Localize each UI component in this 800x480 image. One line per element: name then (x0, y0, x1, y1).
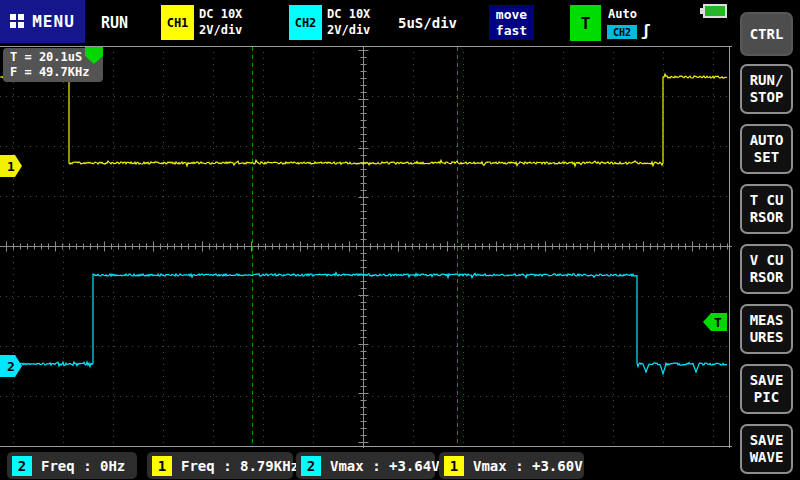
status-bar: 2 Freq : 0Hz 1 Freq : 8.79KHz 2 Vmax : +… (0, 448, 732, 480)
ch1-settings: DC 10X 2V/div (199, 6, 242, 38)
ch2-settings: DC 10X 2V/div (327, 6, 370, 38)
ch1-number-badge: 1 (444, 456, 464, 476)
svg-text:2: 2 (7, 359, 15, 374)
ch2-vmax-value: Vmax : +3.64V (330, 458, 440, 474)
ch1-number-badge: 1 (152, 456, 172, 476)
measurement-ch1-freq: 1 Freq : 8.79KHz (147, 452, 293, 479)
scope-graticule-and-traces: 12T (0, 46, 732, 448)
trigger-frequency-readout: F = 49.7KHz (10, 65, 103, 80)
svg-text:1: 1 (7, 159, 15, 174)
oscilloscope-screen: MENU RUN CH1 DC 10X 2V/div CH2 DC 10X 2V… (0, 0, 800, 480)
sidebar-button-ctrl[interactable]: CTRL (740, 12, 793, 56)
measurement-ch2-freq: 2 Freq : 0Hz (7, 452, 137, 479)
ch2-freq-value: Freq : 0Hz (41, 458, 125, 474)
run-status: RUN (101, 14, 128, 32)
sidebar-menu: CTRL RUN/ STOP AUTO SET T CU RSOR V CU R… (732, 0, 800, 480)
trigger-source-badge[interactable]: CH2 (607, 25, 637, 39)
ch2-coupling: DC 10X (327, 6, 370, 22)
ch1-coupling: DC 10X (199, 6, 242, 22)
sidebar-button-save-pic[interactable]: SAVE PIC (740, 364, 793, 414)
trigger-button[interactable]: T (570, 5, 601, 41)
timebase-setting[interactable]: 5uS/div (398, 15, 457, 31)
menu-button[interactable]: MENU (0, 0, 85, 43)
trigger-mode: Auto (608, 7, 637, 21)
menu-label: MENU (32, 12, 75, 31)
ch2-number-badge: 2 (12, 456, 32, 476)
sidebar-button-save-wave[interactable]: SAVE WAVE (740, 424, 793, 474)
sidebar-button-auto-set[interactable]: AUTO SET (740, 124, 793, 174)
sidebar-button-measures[interactable]: MEAS URES (740, 304, 793, 354)
menu-grid-icon (10, 14, 25, 29)
waveform-display: 12T T = 20.1uS F = 49.7KHz (0, 46, 732, 448)
sidebar-button-v-cursor[interactable]: V CU RSOR (740, 244, 793, 294)
ch1-vmax-value: Vmax : +3.60V (473, 458, 583, 474)
battery-icon (703, 4, 727, 18)
ch2-scale: 2V/div (327, 22, 370, 38)
svg-text:T: T (714, 315, 722, 330)
ch1-scale: 2V/div (199, 22, 242, 38)
rising-edge-icon: ʃ (641, 21, 651, 40)
ch2-badge[interactable]: CH2 (289, 5, 322, 40)
battery-nub (700, 8, 703, 14)
ch1-badge[interactable]: CH1 (161, 5, 194, 40)
ch1-freq-value: Freq : 8.79KHz (181, 458, 299, 474)
top-toolbar: MENU RUN CH1 DC 10X 2V/div CH2 DC 10X 2V… (0, 0, 732, 46)
measurement-ch2-vmax: 2 Vmax : +3.64V (296, 452, 435, 479)
ch2-number-badge: 2 (301, 456, 321, 476)
sidebar-button-run-stop[interactable]: RUN/ STOP (740, 64, 793, 114)
move-fast-button[interactable]: move fast (489, 5, 534, 40)
measurement-ch1-vmax: 1 Vmax : +3.60V (439, 452, 584, 479)
sidebar-button-t-cursor[interactable]: T CU RSOR (740, 184, 793, 234)
trigger-position-marker[interactable] (85, 47, 103, 65)
